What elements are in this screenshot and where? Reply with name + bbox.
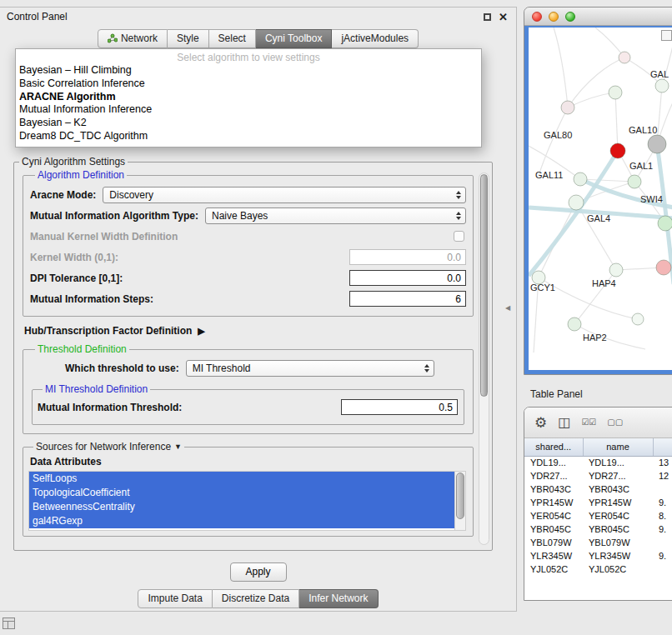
network-node[interactable] <box>628 175 641 188</box>
settings-scrollbar[interactable] <box>479 172 489 545</box>
kernel-width-field[interactable] <box>349 249 466 265</box>
table-row[interactable]: YLR345WYLR345W9. <box>524 549 672 562</box>
deselect-all-icon[interactable]: ▢▢ <box>607 418 623 427</box>
minimize-traffic-light[interactable] <box>549 12 559 22</box>
algorithm-option[interactable]: ARACNE Algorithm <box>16 91 481 104</box>
network-node[interactable] <box>609 263 623 277</box>
network-node[interactable] <box>619 52 630 63</box>
which-threshold-select[interactable]: MI Threshold <box>186 360 434 377</box>
panel-splitter-arrow[interactable]: ◀ <box>505 304 510 312</box>
mi-threshold-field[interactable] <box>341 399 458 415</box>
node-label: SWI4 <box>640 194 663 204</box>
network-node[interactable] <box>610 143 625 158</box>
attribute-item[interactable]: gal4RGexp <box>29 514 454 528</box>
float-panel-icon[interactable] <box>484 13 491 21</box>
network-graph[interactable]: GAL80GAL10GAL11GAL1SWI4GAL4GCY1HAP4HAP2G… <box>529 28 672 370</box>
aracne-mode-select[interactable]: Discovery <box>103 187 466 203</box>
mi-type-select[interactable]: Naive Bayes <box>205 208 466 224</box>
dock-panel-icon[interactable] <box>3 618 15 629</box>
show-columns-icon[interactable]: ◫ <box>558 416 570 429</box>
tab-label: Impute Data <box>148 592 202 604</box>
column-header[interactable]: shared... <box>524 438 583 456</box>
tab-jactivemodules[interactable]: jActiveModules <box>332 29 419 48</box>
table-row[interactable]: YJL052CYJL052C <box>524 562 672 576</box>
mi-threshold-row: Mutual Information Threshold: <box>38 397 459 418</box>
network-node[interactable] <box>561 101 574 114</box>
scrollbar-thumb[interactable] <box>480 174 488 397</box>
mi-steps-field[interactable] <box>349 291 466 307</box>
expand-right-icon[interactable]: ▶ <box>198 326 204 337</box>
attribute-item[interactable]: SelfLoops <box>29 472 454 486</box>
scrollbar-thumb[interactable] <box>456 472 464 519</box>
network-node[interactable] <box>574 172 587 186</box>
table-cell: 12 <box>653 469 672 482</box>
table-row[interactable]: YBR043CYBR043C <box>524 482 672 496</box>
data-attributes-label: Data Attributes <box>30 456 468 468</box>
tab-style[interactable]: Style <box>168 29 209 48</box>
table-cell: 9. <box>653 549 672 562</box>
algorithm-option[interactable]: Basic Correlation Inference <box>16 78 481 91</box>
table-cell: YER054C <box>583 509 653 522</box>
column-header[interactable] <box>653 438 672 456</box>
tab-infer-network[interactable]: Infer Network <box>299 589 378 608</box>
expand-down-icon[interactable]: ▼ <box>174 442 182 451</box>
panel-title: Control Panel <box>7 11 68 22</box>
column-header[interactable]: name <box>583 438 653 456</box>
table-cell: YBR045C <box>524 522 583 536</box>
algorithm-option[interactable]: Mutual Information Inference <box>16 103 481 117</box>
algorithm-option[interactable]: Bayesian – Hill Climbing <box>16 64 481 78</box>
table-row[interactable]: YBL079WYBL079W <box>524 536 672 549</box>
algorithm-option[interactable]: Dream8 DC_TDC Algorithm <box>16 130 481 143</box>
window-titlebar[interactable] <box>524 8 672 26</box>
birdseye-toggle[interactable] <box>661 30 672 41</box>
network-node[interactable] <box>658 216 672 231</box>
table-cell <box>653 536 672 549</box>
table-row[interactable]: YDL19...YDL19...13 <box>524 456 672 469</box>
mi-threshold-title: MI Threshold Definition <box>43 383 150 395</box>
table-row[interactable]: YPR145WYPR145W9. <box>524 496 672 509</box>
attribute-list-scrollbar[interactable] <box>454 472 465 530</box>
tab-cyni-toolbox[interactable]: Cyni Toolbox <box>256 29 332 48</box>
network-node[interactable] <box>609 86 622 99</box>
table-cell: 9. <box>653 522 672 536</box>
attribute-items: SelfLoopsTopologicalCoefficientBetweenne… <box>29 472 454 528</box>
table-cell: 9. <box>653 496 672 509</box>
tab-discretize-data[interactable]: Discretize Data <box>213 589 299 608</box>
network-node[interactable] <box>648 135 666 153</box>
which-threshold-label: Which threshold to use: <box>65 362 179 374</box>
tab-label: Style <box>177 32 199 44</box>
apply-button[interactable]: Apply <box>229 562 286 582</box>
table-cell: YDL19... <box>583 456 653 469</box>
network-node[interactable] <box>655 79 669 92</box>
table-cell: YLR345W <box>583 549 653 562</box>
close-traffic-light[interactable] <box>532 12 542 22</box>
control-panel-titlebar: Control Panel ✕ <box>0 8 516 26</box>
zoom-traffic-light[interactable] <box>565 12 575 22</box>
network-canvas[interactable]: GAL80GAL10GAL11GAL1SWI4GAL4GCY1HAP4HAP2G… <box>529 28 672 370</box>
table-row[interactable]: YBR045CYBR045C9. <box>524 522 672 536</box>
manual-kernel-checkbox[interactable] <box>454 231 464 242</box>
network-node[interactable] <box>568 318 581 331</box>
tab-network[interactable]: Network <box>98 29 168 48</box>
sources-title[interactable]: Sources for Network Inference▼ <box>33 441 184 452</box>
node-label: GAL80 <box>544 130 572 140</box>
algorithm-option[interactable]: Bayesian – K2 <box>16 117 481 130</box>
table-row[interactable]: YER054CYER054C8. <box>524 509 672 522</box>
dpi-tolerance-field[interactable] <box>349 270 466 286</box>
close-icon[interactable]: ✕ <box>499 12 508 22</box>
tab-impute-data[interactable]: Impute Data <box>138 589 212 608</box>
tab-select[interactable]: Select <box>209 29 256 48</box>
hub-definition-toggle[interactable]: Hub/Transcription Factor Definition ▶ <box>24 325 474 337</box>
node-label: GAL <box>650 69 669 79</box>
attribute-list[interactable]: SelfLoopsTopologicalCoefficientBetweenne… <box>28 471 466 531</box>
attribute-item[interactable]: TopologicalCoefficient <box>29 486 454 500</box>
gear-icon[interactable]: ⚙ <box>534 416 547 430</box>
table-row[interactable]: YDR27...YDR27...12 <box>524 469 672 482</box>
select-all-icon[interactable]: ☑☑ <box>581 418 596 427</box>
attribute-item[interactable]: BetweennessCentrality <box>29 500 454 514</box>
algorithm-definition-group: Algorithm Definition Aracne Mode: Discov… <box>23 169 474 317</box>
network-node[interactable] <box>656 260 671 275</box>
network-node[interactable] <box>569 195 584 210</box>
network-node[interactable] <box>632 313 644 325</box>
dpi-tolerance-label: DPI Tolerance [0,1]: <box>30 272 123 284</box>
